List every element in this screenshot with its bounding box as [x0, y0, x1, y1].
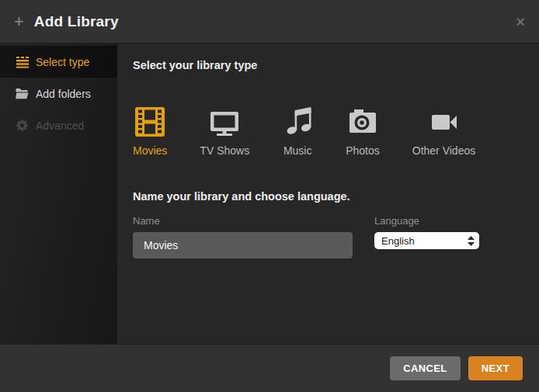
dialog-title: Add Library — [34, 13, 119, 30]
library-type-movies[interactable]: Movies — [133, 106, 167, 157]
type-list-icon — [16, 56, 29, 68]
name-language-row: Name Language English — [133, 215, 523, 258]
cancel-button[interactable]: CANCEL — [390, 356, 461, 380]
plus-icon: + — [14, 13, 24, 30]
select-stepper-icon — [468, 236, 475, 246]
language-select[interactable]: English — [374, 232, 479, 249]
library-type-photos[interactable]: Photos — [346, 106, 380, 157]
language-field-group: Language English — [374, 215, 479, 258]
library-type-label: Music — [283, 144, 312, 157]
sidebar-item-advanced[interactable]: Advanced — [0, 109, 117, 141]
camera-icon — [347, 106, 378, 137]
library-name-input[interactable] — [133, 232, 353, 258]
gear-icon — [16, 120, 29, 131]
language-select-value: English — [381, 235, 468, 247]
type-section-title: Select your library type — [133, 59, 523, 71]
music-note-icon — [282, 106, 313, 137]
library-type-other-videos[interactable]: Other Videos — [412, 106, 475, 157]
library-type-music[interactable]: Music — [282, 106, 313, 157]
sidebar-item-label: Add folders — [36, 88, 91, 100]
sidebar-item-label: Select type — [36, 56, 89, 68]
film-icon — [134, 106, 165, 137]
main-panel: Select your library type Movies — [117, 43, 539, 344]
library-type-tv-shows[interactable]: TV Shows — [200, 106, 249, 157]
library-type-label: Movies — [133, 144, 167, 157]
video-camera-icon — [429, 106, 460, 137]
dialog-footer: CANCEL NEXT — [0, 344, 539, 392]
next-button[interactable]: NEXT — [468, 356, 523, 380]
folder-icon — [16, 88, 29, 99]
tv-icon — [209, 106, 240, 137]
name-field-label: Name — [133, 215, 353, 227]
sidebar-item-label: Advanced — [36, 120, 84, 132]
library-type-label: TV Shows — [200, 144, 249, 157]
sidebar-item-select-type[interactable]: Select type — [0, 46, 117, 78]
close-icon[interactable]: × — [516, 14, 525, 29]
name-field-group: Name — [133, 215, 353, 258]
wizard-sidebar: Select type Add folders Advanced — [0, 43, 117, 344]
library-type-label: Other Videos — [412, 144, 475, 157]
language-field-label: Language — [374, 215, 479, 227]
library-type-row: Movies TV Shows — [133, 106, 523, 157]
name-section-title: Name your library and choose language. — [133, 190, 523, 203]
sidebar-item-add-folders[interactable]: Add folders — [0, 78, 117, 109]
dialog-header: + Add Library × — [0, 0, 539, 43]
library-type-label: Photos — [346, 144, 380, 157]
